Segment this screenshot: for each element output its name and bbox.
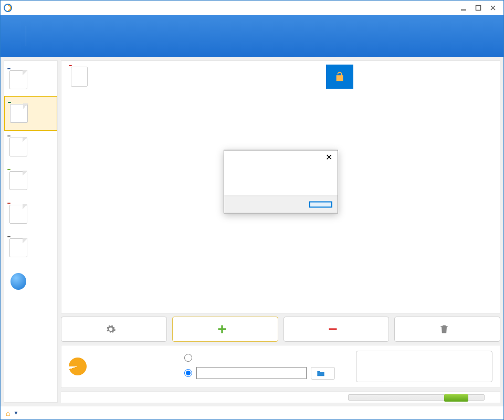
radio-custom-input[interactable] bbox=[184, 369, 192, 377]
maximize-button[interactable] bbox=[471, 3, 486, 13]
main-area: ✕ bbox=[1, 57, 503, 406]
brand-mini bbox=[69, 358, 174, 375]
minus-icon bbox=[328, 324, 338, 334]
doc-icon bbox=[9, 70, 27, 89]
radio-same-as-resources[interactable] bbox=[184, 354, 335, 362]
epub-icon bbox=[9, 205, 27, 224]
output-path-field[interactable] bbox=[196, 367, 307, 379]
dialog-message bbox=[224, 164, 338, 196]
banner-divider bbox=[26, 26, 26, 46]
html-icon bbox=[9, 171, 27, 190]
browse-button[interactable] bbox=[311, 367, 335, 380]
add-files-button[interactable] bbox=[172, 317, 278, 342]
gear-icon bbox=[106, 324, 116, 334]
progress-area bbox=[61, 391, 500, 403]
lock-cell[interactable] bbox=[326, 65, 353, 89]
output-radios bbox=[184, 354, 335, 380]
chevron-down-icon: ▼ bbox=[13, 410, 18, 416]
sidebar-item-pdf-to-xml[interactable] bbox=[4, 265, 57, 298]
dialog-actions bbox=[224, 196, 338, 213]
dialog-ok-button[interactable] bbox=[309, 202, 332, 208]
txt-icon bbox=[9, 238, 27, 257]
settings-button[interactable] bbox=[61, 317, 167, 342]
sidebar-item-pdf-to-excel[interactable] bbox=[4, 96, 57, 131]
toolbar bbox=[61, 317, 500, 342]
status-bar: ⌂ ▼ bbox=[1, 406, 503, 419]
sidebar-item-pdf-to-word[interactable] bbox=[4, 63, 57, 97]
banner bbox=[1, 15, 503, 57]
dialog-close-button[interactable]: ✕ bbox=[323, 152, 334, 163]
brand-logo-icon bbox=[69, 358, 87, 375]
clear-button[interactable] bbox=[394, 317, 500, 342]
xls-icon bbox=[10, 104, 28, 123]
sidebar-item-pdf-to-txt[interactable] bbox=[4, 231, 57, 265]
dialog-titlebar: ✕ bbox=[224, 151, 338, 164]
content-column: ✕ bbox=[61, 60, 500, 403]
unlock-icon bbox=[334, 71, 345, 82]
progress-thumb bbox=[444, 394, 468, 402]
radio-custom-path[interactable] bbox=[184, 367, 335, 380]
home-icon: ⌂ bbox=[6, 409, 10, 417]
plus-icon bbox=[217, 324, 227, 334]
sidebar-item-pdf-to-epub[interactable] bbox=[4, 197, 57, 231]
pdf-icon bbox=[71, 67, 88, 87]
sidebar bbox=[4, 60, 58, 403]
app-icon bbox=[4, 4, 12, 12]
progress-bar bbox=[348, 394, 485, 401]
sidebar-item-pdf-to-image[interactable] bbox=[4, 130, 57, 164]
app-window: ✕ bbox=[0, 0, 504, 420]
file-row[interactable] bbox=[61, 61, 500, 92]
svg-rect-2 bbox=[476, 6, 481, 10]
file-list: ✕ bbox=[61, 60, 500, 313]
svg-rect-3 bbox=[329, 328, 337, 330]
jpeg-icon bbox=[9, 138, 27, 156]
remove-button[interactable] bbox=[284, 317, 390, 342]
title-bar bbox=[1, 1, 503, 15]
sidebar-item-pdf-to-html[interactable] bbox=[4, 164, 57, 197]
close-button[interactable] bbox=[486, 3, 500, 13]
radio-same-input[interactable] bbox=[184, 354, 192, 362]
output-panel bbox=[61, 345, 500, 388]
folder-icon bbox=[317, 370, 325, 377]
minimize-button[interactable] bbox=[456, 3, 471, 13]
trash-icon bbox=[439, 324, 449, 334]
progress-dialog: ✕ bbox=[224, 150, 338, 214]
xml-icon bbox=[9, 272, 27, 291]
svg-rect-1 bbox=[461, 9, 466, 10]
convert-button[interactable] bbox=[356, 351, 492, 382]
